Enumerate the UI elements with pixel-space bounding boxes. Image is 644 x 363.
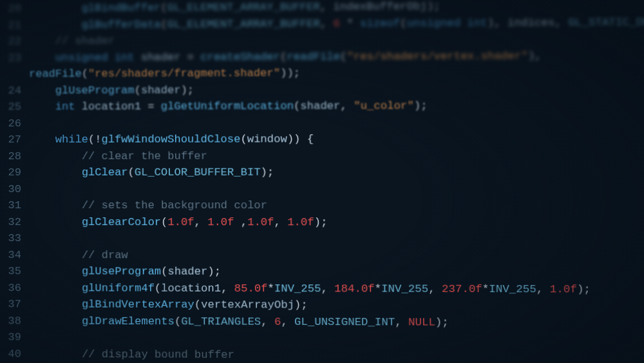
line-number: 40 [0,346,21,362]
token-paren: ( [400,17,406,29]
line-number: 24 [0,83,21,99]
token-fn: glBufferData [82,18,161,31]
code-line[interactable]: int location1 = glGetUniformLocation(sha… [29,97,644,115]
line-number: 31 [0,197,21,214]
token-str: "res/shaders/fragment.shader" [88,67,280,80]
token-fn: glBindVertexArray [82,299,194,311]
line-number: 35 [0,263,21,280]
line-number: 27 [0,132,21,148]
token-fn: readFile [287,50,340,63]
token-paren: ( [161,216,167,228]
token-fn: glClearColor [82,216,161,228]
token-paren: ( [280,50,287,63]
token-num: 1.0f [247,216,274,228]
token-punct: ); [435,316,449,328]
token-type: int [55,101,75,113]
token-op [75,101,82,113]
code-line[interactable]: glClear(GL_COLOR_BUFFER_BIT); [29,164,644,181]
code-line[interactable]: while(!glfwWindowShouldClose(window)) { [29,130,644,148]
token-punct: , [281,315,294,328]
line-number-gutter: 2021222324252627282930313233343536373839… [0,1,29,363]
code-line[interactable]: // shader [29,30,644,50]
token-const: GL_TRIANGLES [181,315,261,328]
code-line[interactable]: glClearColor(1.0f, 1.0f ,1.0f, 1.0f); [29,214,644,231]
code-editor[interactable]: 2021222324252627282930313233343536373839… [0,0,644,363]
token-str: "res/shaders/vertex.shader" [346,50,527,63]
code-line[interactable]: // clear the buffer [29,147,644,164]
token-comment: // draw [82,249,128,261]
token-paren: ( [135,84,141,96]
line-number: 34 [0,247,21,264]
token-var: shader [141,51,181,63]
token-const: GL_ELEMENT_ARRAY_BUFFER [167,1,320,14]
line-number: 37 [0,296,21,313]
token-comment: // display bound buffer [82,348,234,360]
token-comment: // sets the background color [82,199,267,211]
token-punct: ); [207,266,221,278]
token-punct: , [428,282,442,295]
code-line[interactable]: // sets the background color [29,197,644,214]
code-line[interactable]: readFile("res/shaders/fragment.shader"))… [29,64,644,83]
token-punct: ); [261,166,274,179]
line-number: 28 [0,148,21,165]
line-number: 21 [0,17,21,34]
token-var: location1 [161,282,221,294]
line-number: 36 [0,280,21,297]
token-num: 1.0f [550,283,577,295]
token-punct: , [395,316,408,328]
line-number: 38 [0,313,21,329]
token-comment: // clear the buffer [82,150,207,162]
token-var: indexBufferObj [333,0,426,13]
token-const: GL_COLOR_BUFFER_BIT [135,166,261,179]
line-number: 30 [0,181,21,197]
code-line[interactable]: glBindVertexArray(vertexArrayObj); [29,296,644,315]
code-line[interactable]: glUseProgram(shader); [29,263,644,281]
token-op: * [340,17,360,30]
code-line[interactable] [29,181,644,197]
token-num: 6 [274,315,281,328]
token-fn: glfwWindowShouldClose [101,133,240,145]
token-op [135,51,141,63]
token-num: 85.0f [234,282,268,294]
token-type: unsigned int [407,17,488,30]
code-line[interactable]: unsigned int shader = createShader(readF… [29,47,644,66]
code-line[interactable]: glUseProgram(shader); [29,81,644,99]
token-kw: while [55,133,88,146]
code-line[interactable] [29,230,644,248]
token-num: 237.0f [442,282,482,295]
code-line[interactable] [29,113,644,132]
token-fn: glGetUniformLocation [161,100,294,113]
token-fn: glUniform4f [82,282,155,294]
line-number [0,66,21,83]
token-type: unsigned int [55,51,135,63]
token-num: 1.0f [287,216,314,228]
token-op: * [267,282,274,295]
code-line[interactable]: // draw [29,247,644,264]
code-line[interactable]: glUniform4f(location1, 85.0f*INV_255, 18… [29,280,644,298]
token-fn: readFile [29,68,82,80]
token-op: * [482,282,489,295]
token-paren: ( [161,266,167,278]
token-op: = [141,101,161,113]
token-num: 6 [334,17,340,30]
line-number: 39 [0,329,21,346]
token-paren: ( [340,50,346,63]
token-const: GL_UNSIGNED_INT [294,315,395,328]
token-fn: glDrawElements [82,315,175,328]
token-var: window [247,133,287,145]
token-punct: , [536,283,550,295]
code-line[interactable]: // display bound buffer [29,346,644,363]
code-line[interactable]: glDrawElements(GL_TRIANGLES, 6, GL_UNSIG… [29,313,644,331]
token-var: location1 [82,101,141,113]
token-fn: glClear [82,166,128,179]
token-const: INV_255 [381,282,428,295]
token-var: shader [141,84,181,96]
token-punct: , [340,100,354,112]
token-punct: , [320,1,334,13]
token-paren: ( [155,282,161,294]
token-paren: ( [161,1,167,14]
token-str: "u_color" [354,100,414,112]
token-var: shader [167,266,207,278]
code-area[interactable]: glBindBuffer(GL_ELEMENT_ARRAY_BUFFER, in… [29,0,644,363]
token-paren: ( [82,68,88,80]
